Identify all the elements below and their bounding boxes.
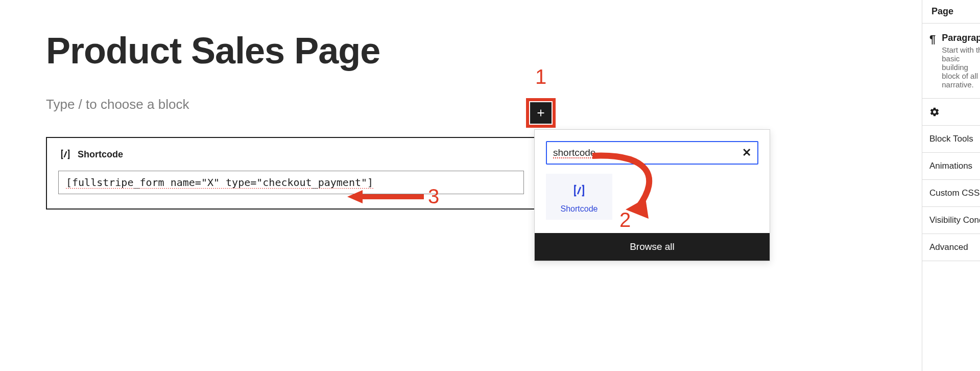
sidebar-section-custom-css[interactable]: Custom CSS bbox=[922, 180, 980, 207]
annotation-arrow-2 bbox=[582, 148, 664, 225]
plus-icon bbox=[535, 107, 546, 119]
shortcode-block-header: Shortcode bbox=[58, 147, 524, 161]
svg-marker-1 bbox=[347, 190, 363, 203]
sidebar-section-settings-icon[interactable] bbox=[922, 99, 980, 126]
sidebar-tabs: Page bbox=[922, 0, 980, 24]
shortcode-block-label: Shortcode bbox=[78, 149, 123, 160]
add-block-button[interactable] bbox=[530, 102, 552, 124]
clear-search-button[interactable]: ✕ bbox=[742, 146, 751, 159]
sidebar-block-name: Paragraph bbox=[942, 33, 980, 43]
sidebar-section-block-tools[interactable]: Block Tools bbox=[922, 126, 980, 153]
annotation-number-3: 3 bbox=[428, 185, 439, 208]
sidebar-section-animations[interactable]: Animations bbox=[922, 153, 980, 180]
settings-sidebar: Page ¶ Paragraph Start with the basic bu… bbox=[922, 0, 980, 371]
sidebar-section-visibility[interactable]: Visibility Conditions bbox=[922, 207, 980, 234]
empty-paragraph-placeholder[interactable]: Type / to choose a block bbox=[46, 97, 557, 112]
gear-icon bbox=[929, 107, 940, 117]
shortcode-block[interactable]: Shortcode bbox=[46, 137, 536, 210]
sidebar-section-advanced[interactable]: Advanced bbox=[922, 234, 980, 261]
annotation-arrow-3 bbox=[347, 189, 424, 204]
shortcode-input[interactable] bbox=[66, 176, 383, 189]
sidebar-block-desc: Start with the basic building block of a… bbox=[942, 45, 980, 89]
page-title[interactable]: Product Sales Page bbox=[46, 31, 557, 71]
shortcode-input-wrap[interactable] bbox=[58, 171, 524, 194]
browse-all-button[interactable]: Browse all bbox=[535, 233, 770, 261]
annotation-number-1: 1 bbox=[535, 65, 546, 88]
tab-page[interactable]: Page bbox=[931, 0, 953, 24]
sidebar-block-info: ¶ Paragraph Start with the basic buildin… bbox=[922, 24, 980, 99]
editor-canvas: Product Sales Page Type / to choose a bl… bbox=[46, 31, 557, 210]
paragraph-icon: ¶ bbox=[929, 33, 936, 89]
shortcode-icon bbox=[58, 147, 73, 161]
svg-marker-2 bbox=[626, 198, 649, 219]
